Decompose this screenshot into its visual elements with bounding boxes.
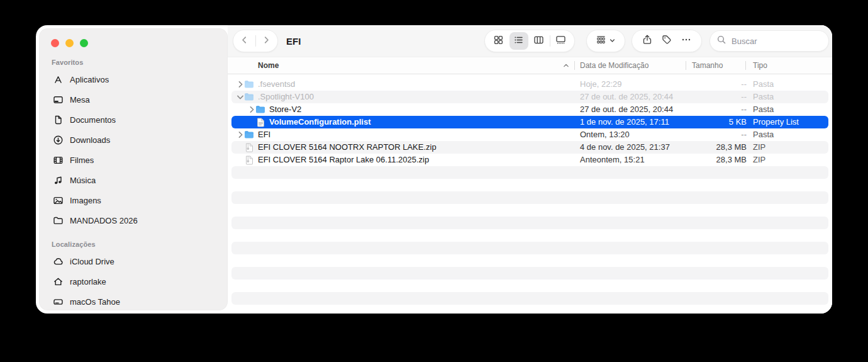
gallery-view-button[interactable] xyxy=(552,32,570,50)
grid-view-icon xyxy=(493,35,504,48)
minimize-window-button[interactable] xyxy=(65,39,74,47)
file-row[interactable]: EFI CLOVER 5164 Raptor Lake 06.11.2025.z… xyxy=(228,154,832,166)
file-name: EFI CLOVER 5164 Raptor Lake 06.11.2025.z… xyxy=(258,154,429,166)
file-type: Property List xyxy=(753,116,799,128)
row-background xyxy=(231,217,828,229)
sidebar-section-title: Favoritos xyxy=(52,59,221,67)
file-type: ZIP xyxy=(753,154,765,166)
forward-button[interactable] xyxy=(256,30,277,52)
sidebar-item-imagens[interactable]: Imagens xyxy=(52,190,221,210)
row-background xyxy=(231,254,828,267)
file-row[interactable]: Store-V227 de out. de 2025, 20:44--Pasta xyxy=(228,103,832,116)
close-window-button[interactable] xyxy=(51,39,59,47)
zoom-window-button[interactable] xyxy=(80,39,88,47)
gallery-view-icon xyxy=(555,35,566,48)
sidebar-item-mesa[interactable]: Mesa xyxy=(52,89,221,110)
empty-row xyxy=(228,254,832,267)
column-header-size[interactable]: Tamanho xyxy=(692,57,723,74)
sidebar-item-label: Filmes xyxy=(70,156,94,165)
sidebar: FavoritosAplicativosMesaDocumentosDownlo… xyxy=(39,28,228,310)
row-background xyxy=(231,267,828,280)
file-size: 5 KB xyxy=(621,116,747,128)
empty-row xyxy=(228,280,832,292)
sidebar-item-aplicativos[interactable]: Aplicativos xyxy=(52,69,221,89)
row-background xyxy=(231,166,828,179)
file-row[interactable]: VolumeConfiguration.plist1 de nov. de 20… xyxy=(228,116,832,128)
row-background xyxy=(231,229,828,242)
row-background xyxy=(231,179,828,191)
tag-button[interactable] xyxy=(658,31,676,50)
group-by-button[interactable] xyxy=(586,30,625,52)
group-icon xyxy=(596,35,606,48)
column-header-name[interactable]: Nome xyxy=(258,57,279,74)
file-date: Hoje, 22:29 xyxy=(580,78,622,91)
finder-window: FavoritosAplicativosMesaDocumentosDownlo… xyxy=(36,25,832,314)
row-background xyxy=(231,204,828,217)
back-button[interactable] xyxy=(234,30,255,52)
empty-row xyxy=(228,166,832,179)
file-name: Store-V2 xyxy=(269,103,301,116)
folder-icon xyxy=(255,105,265,115)
chevron-left-icon xyxy=(239,35,250,48)
file-type: Pasta xyxy=(753,78,774,91)
file-name: EFI CLOVER 5164 NOOTRX RAPTOR LAKE.zip xyxy=(258,141,437,154)
sidebar-item-label: Documentos xyxy=(70,115,116,125)
file-row[interactable]: .fseventsdHoje, 22:29--Pasta xyxy=(228,78,832,91)
search-icon xyxy=(716,35,726,47)
sidebar-item-macos-tahoe[interactable]: macOs Tahoe xyxy=(52,291,221,312)
file-name: EFI xyxy=(258,128,270,141)
file-type: Pasta xyxy=(753,128,774,141)
column-divider[interactable] xyxy=(574,61,575,70)
home-icon xyxy=(52,275,64,288)
file-type: Pasta xyxy=(753,91,774,103)
main-content: EFI Nome xyxy=(228,25,832,314)
list-view-icon xyxy=(513,35,524,48)
file-size: 28,3 MB xyxy=(621,141,747,154)
folder-icon xyxy=(244,92,254,102)
sidebar-item-icloud-drive[interactable]: iCloud Drive xyxy=(52,251,221,271)
film-icon xyxy=(52,154,64,166)
file-row[interactable]: EFI CLOVER 5164 NOOTRX RAPTOR LAKE.zip4 … xyxy=(228,141,832,154)
sidebar-item-mandados-2026[interactable]: MANDADOS 2026 xyxy=(52,210,221,230)
zip-icon xyxy=(244,155,254,165)
column-divider[interactable] xyxy=(686,61,686,70)
navigation-buttons xyxy=(233,30,278,52)
file-type: ZIP xyxy=(753,141,765,154)
sidebar-item-label: macOs Tahoe xyxy=(70,297,120,307)
file-row[interactable]: EFIOntem, 13:20--Pasta xyxy=(228,128,832,141)
row-background xyxy=(231,305,828,314)
sidebar-item-filmes[interactable]: Filmes xyxy=(52,150,221,170)
drive-icon xyxy=(52,295,64,308)
sidebar-sections: FavoritosAplicativosMesaDocumentosDownlo… xyxy=(39,28,228,312)
file-list: .fseventsdHoje, 22:29--Pasta.Spotlight-V… xyxy=(228,78,832,314)
columns-view-icon xyxy=(533,35,544,48)
empty-row xyxy=(228,292,832,305)
file-size: -- xyxy=(621,128,747,141)
sort-ascending-icon xyxy=(562,61,570,70)
column-header-date[interactable]: Data de Modificação xyxy=(580,57,648,74)
zip-icon xyxy=(244,142,254,152)
ellipsis-icon xyxy=(681,34,692,48)
desktop-icon xyxy=(52,93,64,106)
empty-row xyxy=(228,217,832,229)
sidebar-item-m-sica[interactable]: Música xyxy=(52,170,221,190)
more-options-button[interactable] xyxy=(677,31,695,50)
search-input[interactable] xyxy=(730,36,821,47)
empty-row xyxy=(228,305,832,314)
columns-view-button[interactable] xyxy=(530,32,548,50)
search-field xyxy=(709,30,829,52)
sidebar-item-label: iCloud Drive xyxy=(70,257,114,266)
file-row[interactable]: .Spotlight-V10027 de out. de 2025, 20:44… xyxy=(228,91,832,103)
row-background xyxy=(231,191,828,204)
column-header-type[interactable]: Tipo xyxy=(753,57,767,74)
sidebar-item-downloads[interactable]: Downloads xyxy=(52,130,221,150)
sidebar-item-raptorlake[interactable]: raptorlake xyxy=(52,271,221,291)
row-background xyxy=(231,242,828,254)
share-button[interactable] xyxy=(638,31,656,50)
column-divider[interactable] xyxy=(745,61,746,70)
icon-view-button[interactable] xyxy=(489,32,508,50)
row-background xyxy=(231,292,828,305)
sidebar-item-documentos[interactable]: Documentos xyxy=(52,110,221,130)
list-view-button[interactable] xyxy=(509,32,528,50)
file-name: .Spotlight-V100 xyxy=(258,91,314,103)
